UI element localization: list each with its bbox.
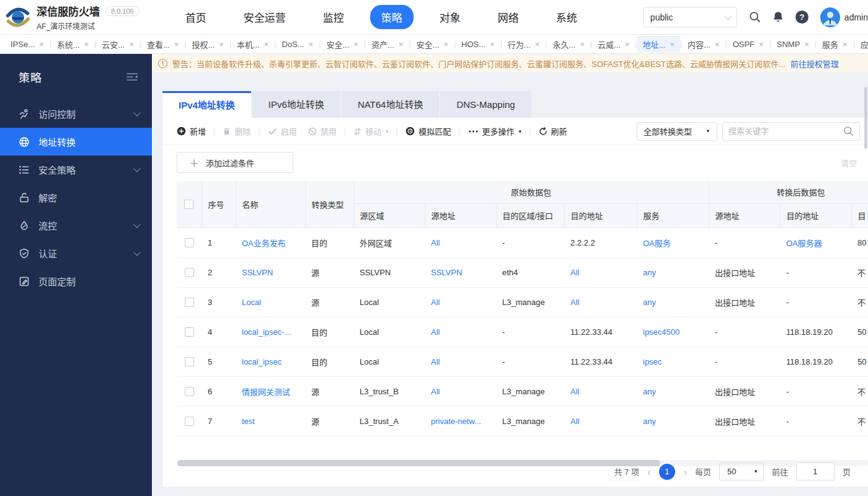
add-filter-button[interactable]: ＋ 添加过滤条件 [177, 152, 293, 173]
current-page-button[interactable]: 1 [659, 464, 675, 480]
toolbar-button-4[interactable]: 移动 ▾ [353, 125, 389, 137]
toolbar-button-6[interactable]: 更多操作 ▾ [468, 125, 522, 137]
cell-link[interactable]: All [570, 387, 579, 396]
cell-link[interactable]: any [643, 268, 656, 277]
open-tab-14[interactable]: 地址... × [637, 36, 680, 53]
close-icon[interactable]: × [353, 40, 358, 48]
close-icon[interactable]: × [174, 40, 179, 48]
open-tab-7[interactable]: 安全... × [321, 36, 363, 53]
sidebar-item-4[interactable]: 流控 [0, 211, 152, 239]
close-icon[interactable]: × [490, 40, 495, 48]
close-icon[interactable]: × [219, 40, 224, 48]
translation-type-select[interactable]: 全部转换类型 ▼ [637, 122, 717, 141]
open-tab-2[interactable]: 云安... × [96, 36, 139, 53]
horizontal-scrollbar-thumb[interactable] [177, 460, 660, 466]
bell-icon[interactable] [773, 11, 784, 23]
cell-link[interactable]: All [570, 298, 579, 307]
row-checkbox[interactable] [185, 417, 194, 426]
sidebar-item-2[interactable]: 安全策略 [0, 156, 152, 184]
cell-link[interactable]: SSLVPN [431, 268, 462, 277]
sidebar-collapse-icon[interactable] [126, 72, 138, 82]
open-tab-1[interactable]: 系统... × [51, 36, 94, 53]
license-manage-link[interactable]: 前往授权管理 [790, 58, 839, 69]
prev-page-button[interactable]: ‹ [647, 466, 651, 477]
cell-link[interactable]: Local [242, 298, 261, 307]
content-tab-3[interactable]: DNS-Mapping [440, 91, 531, 118]
close-icon[interactable]: × [39, 40, 44, 48]
close-icon[interactable]: × [264, 40, 269, 48]
clear-filter-link[interactable]: 清空 [841, 157, 857, 169]
open-tab-4[interactable]: 授权... × [186, 36, 229, 53]
goto-page-input[interactable] [796, 463, 835, 480]
row-checkbox[interactable] [185, 298, 194, 307]
sidebar-item-0[interactable]: 访问控制 [0, 100, 152, 128]
cell-link[interactable]: any [643, 417, 656, 426]
cell-link[interactable]: private-netw... [431, 417, 481, 426]
cell-link[interactable]: 情报网关测试 [242, 388, 290, 397]
close-icon[interactable]: × [309, 40, 314, 48]
cell-link[interactable]: OA业务发布 [242, 239, 286, 248]
content-tab-0[interactable]: IPv4地址转换 [162, 91, 251, 118]
cell-link[interactable]: any [643, 387, 656, 396]
cell-link[interactable]: any [643, 298, 656, 307]
close-icon[interactable]: × [715, 40, 720, 48]
toolbar-button-2[interactable]: 启用 [268, 125, 297, 137]
close-icon[interactable]: × [670, 40, 675, 48]
nav-item-5[interactable]: 网络 [487, 5, 530, 29]
close-icon[interactable]: × [580, 40, 585, 48]
cell-link[interactable]: local_ipsec [242, 357, 281, 366]
open-tab-6[interactable]: DoS... × [277, 37, 319, 51]
close-icon[interactable]: × [804, 40, 809, 48]
close-icon[interactable]: × [84, 40, 89, 48]
sidebar-item-3[interactable]: 解密 [0, 184, 152, 211]
cell-link[interactable]: All [431, 327, 440, 337]
content-tab-2[interactable]: NAT64地址转换 [342, 91, 440, 118]
row-checkbox[interactable] [185, 387, 194, 396]
close-icon[interactable]: × [399, 40, 404, 48]
cell-link[interactable]: ipsec [643, 357, 662, 366]
close-icon[interactable]: × [843, 40, 848, 48]
row-checkbox[interactable] [185, 238, 194, 247]
open-tab-8[interactable]: 资产... × [366, 36, 409, 53]
cell-link[interactable]: All [431, 238, 440, 247]
cell-link[interactable]: test [242, 417, 255, 426]
close-icon[interactable]: × [535, 40, 540, 48]
open-tab-12[interactable]: 永久... × [547, 36, 590, 53]
avatar[interactable] [820, 7, 840, 27]
search-input[interactable] [728, 126, 843, 136]
close-icon[interactable]: × [129, 40, 134, 48]
open-tab-10[interactable]: HOS... × [456, 37, 500, 51]
nav-item-6[interactable]: 系统 [545, 5, 588, 29]
sidebar-item-5[interactable]: 认证 [0, 239, 152, 267]
cell-link[interactable]: local_ipsec-... [242, 327, 291, 337]
open-tab-13[interactable]: 云威... × [592, 36, 635, 53]
toolbar-button-0[interactable]: 新增 [177, 125, 206, 137]
toolbar-button-3[interactable]: 禁用 [308, 125, 337, 137]
row-checkbox[interactable] [185, 327, 194, 337]
toolbar-button-5[interactable]: 模拟匹配 [405, 125, 451, 137]
cell-link[interactable]: OA服务器 [786, 239, 822, 248]
page-size-select[interactable]: 50 ▼ [719, 463, 764, 480]
close-icon[interactable]: × [443, 40, 448, 48]
toolbar-button-1[interactable]: 删除 [223, 125, 250, 137]
open-tab-9[interactable]: 安全... × [411, 36, 454, 53]
vertical-scrollbar-thumb[interactable] [864, 87, 867, 149]
open-tab-19[interactable]: 应用... × [855, 36, 868, 53]
close-icon[interactable]: × [625, 40, 630, 48]
close-icon[interactable]: × [759, 40, 764, 48]
row-checkbox[interactable] [185, 357, 194, 366]
open-tab-16[interactable]: OSPF × [727, 37, 769, 51]
scope-select[interactable]: public [643, 7, 737, 27]
cell-link[interactable]: ipsec4500 [643, 327, 680, 337]
cell-link[interactable]: All [431, 387, 440, 396]
cell-link[interactable]: All [431, 298, 440, 307]
open-tab-15[interactable]: 内容... × [682, 36, 725, 53]
row-checkbox[interactable] [185, 268, 194, 277]
open-tab-11[interactable]: 行为... × [502, 36, 545, 53]
open-tab-18[interactable]: 服务 × [817, 36, 853, 53]
sidebar-item-6[interactable]: 页面定制 [0, 267, 152, 295]
open-tab-0[interactable]: IPSe... × [5, 37, 50, 51]
nav-item-4[interactable]: 对象 [428, 5, 472, 29]
help-icon[interactable]: ? [795, 11, 808, 24]
cell-link[interactable]: SSLVPN [242, 268, 273, 277]
